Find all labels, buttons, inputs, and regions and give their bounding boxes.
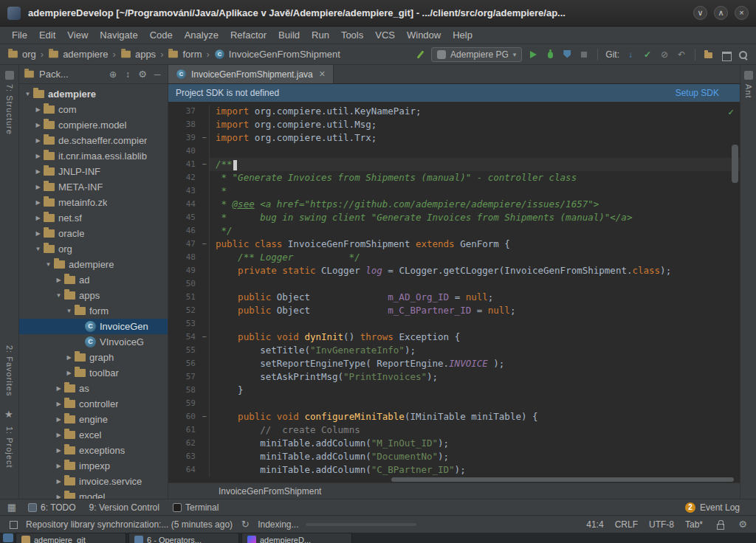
toolwindow-button-terminal[interactable]: Terminal [173, 502, 219, 513]
star-icon[interactable]: ★ [4, 409, 13, 420]
updown-icon[interactable] [122, 69, 134, 80]
tag-icon[interactable] [659, 49, 670, 60]
tree-collapsed-arrow-icon[interactable]: ▶ [53, 447, 64, 454]
tree-expanded-arrow-icon[interactable]: ▼ [63, 308, 75, 314]
tree-collapsed-arrow-icon[interactable]: ▶ [32, 168, 44, 175]
tree-item-com[interactable]: ▶com [19, 102, 168, 117]
fold-marker-icon[interactable]: − [199, 131, 210, 145]
code-editor[interactable]: 37import org.compiere.util.KeyNamePair;3… [168, 102, 740, 483]
tree-collapsed-arrow-icon[interactable]: ▶ [53, 494, 64, 499]
tree-expanded-arrow-icon[interactable]: ▼ [53, 292, 64, 299]
code-line-40[interactable]: 40 [168, 145, 740, 158]
menu-tools[interactable]: Tools [335, 27, 369, 44]
tree-collapsed-arrow-icon[interactable]: ▶ [32, 106, 44, 113]
breadcrumb-item-org[interactable]: org [7, 49, 36, 60]
code-line-39[interactable]: 39−import org.compiere.util.Trx; [168, 131, 740, 145]
encoding-widget[interactable]: UTF-8 [649, 519, 674, 530]
close-tab-icon[interactable]: ✕ [319, 69, 326, 79]
run-configuration-select[interactable]: Adempiere PG ▾ [431, 47, 522, 62]
menu-vcs[interactable]: VCS [369, 27, 401, 44]
tree-item-metainfo-zk[interactable]: ▶metainfo.zk [19, 195, 168, 210]
tree-item-apps[interactable]: ▼apps [19, 288, 168, 303]
code-line-49[interactable]: 49 private static CLogger log = CLogger.… [168, 264, 740, 277]
close-button-icon[interactable]: × [735, 6, 749, 20]
breadcrumb-item-invoicegenfromshipment[interactable]: InvoiceGenFromShipment [214, 49, 340, 60]
tree-collapsed-arrow-icon[interactable]: ▶ [32, 230, 44, 237]
tree-item-invoicegen[interactable]: InvoiceGen [19, 319, 168, 334]
tree-item-net-sf[interactable]: ▶net.sf [19, 210, 168, 226]
editor-tab[interactable]: InvoiceGenFromShipment.java ✕ [168, 65, 334, 83]
gear-icon[interactable] [137, 69, 148, 80]
tree-collapsed-arrow-icon[interactable]: ▶ [32, 122, 44, 128]
code-line-64[interactable]: 64 miniTable.addColumn("C_BPartner_ID"); [168, 463, 740, 477]
caret-position-widget[interactable]: 41:4 [586, 519, 603, 530]
code-line-59[interactable]: 59 [168, 397, 740, 410]
tree-item-jnlp-inf[interactable]: ▶JNLP-INF [19, 164, 168, 179]
fold-marker-icon[interactable]: − [199, 238, 210, 251]
tree-item-form[interactable]: ▼form [19, 303, 168, 319]
update-icon[interactable] [625, 49, 636, 60]
menu-build[interactable]: Build [272, 27, 306, 44]
menu-view[interactable]: View [61, 27, 94, 44]
toolwindow-switcher-icon[interactable] [6, 502, 18, 513]
menu-code[interactable]: Code [144, 27, 179, 44]
breadcrumb-item-adempiere[interactable]: adempiere [48, 49, 108, 60]
tree-item-it-cnr-imaa-essi-lablib[interactable]: ▶it.cnr.imaa.essi.lablib [19, 148, 168, 164]
horizontal-scrollbar[interactable] [391, 477, 734, 482]
globe-icon[interactable] [107, 69, 119, 80]
vertical-scrollbar[interactable] [732, 145, 738, 183]
hide-icon[interactable] [151, 69, 163, 80]
code-line-38[interactable]: 38import org.compiere.util.Msg; [168, 118, 740, 131]
menu-help[interactable]: Help [447, 27, 478, 44]
tree-expanded-arrow-icon[interactable]: ▼ [43, 261, 54, 268]
run-icon[interactable] [527, 49, 539, 60]
tree-item-graph[interactable]: ▶graph [19, 350, 168, 365]
code-line-41[interactable]: 41−/** [168, 158, 740, 171]
tree-item-model[interactable]: ▶model [19, 489, 168, 499]
tree-collapsed-arrow-icon[interactable]: ▶ [63, 354, 75, 361]
commit-icon[interactable] [642, 49, 653, 60]
tree-item-as[interactable]: ▶as [19, 381, 168, 396]
code-line-53[interactable]: 53 [168, 317, 740, 331]
pencil-icon[interactable] [414, 49, 426, 60]
tree-item-adempiere[interactable]: ▼adempiere [19, 86, 168, 102]
menu-window[interactable]: Window [401, 27, 447, 44]
tree-collapsed-arrow-icon[interactable]: ▶ [32, 215, 44, 221]
code-line-58[interactable]: 58 } [168, 384, 740, 397]
code-line-52[interactable]: 52 public Object m_C_BPartner_ID = null; [168, 304, 740, 317]
maximize-button-icon[interactable]: ∧ [714, 6, 728, 20]
rollback-icon[interactable] [676, 49, 687, 60]
menu-navigate[interactable]: Navigate [94, 27, 143, 44]
tree-collapsed-arrow-icon[interactable]: ▶ [63, 370, 75, 376]
tree-item-compiere-model[interactable]: ▶compiere.model [19, 117, 168, 133]
tree-collapsed-arrow-icon[interactable]: ▶ [53, 401, 64, 407]
lock-icon[interactable] [714, 519, 726, 530]
stop-icon[interactable] [578, 49, 590, 60]
tree-collapsed-arrow-icon[interactable]: ▶ [53, 463, 64, 469]
code-line-47[interactable]: 47−public class InvoiceGenFromShipment e… [168, 238, 740, 251]
tree-item-controller[interactable]: ▶controller [19, 396, 168, 412]
gear-icon[interactable] [737, 519, 749, 530]
event-log-button[interactable]: 2 Event Log [685, 502, 740, 513]
tree-item-impexp[interactable]: ▶impexp [19, 458, 168, 474]
tree-item-exceptions[interactable]: ▶exceptions [19, 443, 168, 458]
code-line-42[interactable]: 42 * "Generate Invoices from Shipments (… [168, 171, 740, 184]
tree-collapsed-arrow-icon[interactable]: ▶ [53, 385, 64, 392]
menu-edit[interactable]: Edit [33, 27, 61, 44]
fold-marker-icon[interactable]: − [199, 410, 210, 423]
search-icon[interactable] [737, 49, 749, 60]
code-line-63[interactable]: 63 miniTable.addColumn("DocumentNo"); [168, 450, 740, 463]
tree-collapsed-arrow-icon[interactable]: ▶ [53, 432, 64, 438]
menu-refactor[interactable]: Refactor [224, 27, 272, 44]
code-line-60[interactable]: 60− public void configureMiniTable(IMini… [168, 410, 740, 423]
debug-icon[interactable] [544, 49, 556, 60]
tree-item-toolbar[interactable]: ▶toolbar [19, 365, 168, 381]
breadcrumb-item-apps[interactable]: apps [120, 49, 156, 60]
tree-collapsed-arrow-icon[interactable]: ▶ [32, 199, 44, 206]
tree-collapsed-arrow-icon[interactable]: ▶ [53, 277, 64, 283]
tree-collapsed-arrow-icon[interactable]: ▶ [32, 184, 44, 190]
tree-collapsed-arrow-icon[interactable]: ▶ [32, 153, 44, 159]
code-line-51[interactable]: 51 public Object m_AD_Org_ID = null; [168, 291, 740, 304]
tree-item-invoice-service[interactable]: ▶invoice.service [19, 474, 168, 489]
tree-item-org[interactable]: ▼org [19, 241, 168, 257]
